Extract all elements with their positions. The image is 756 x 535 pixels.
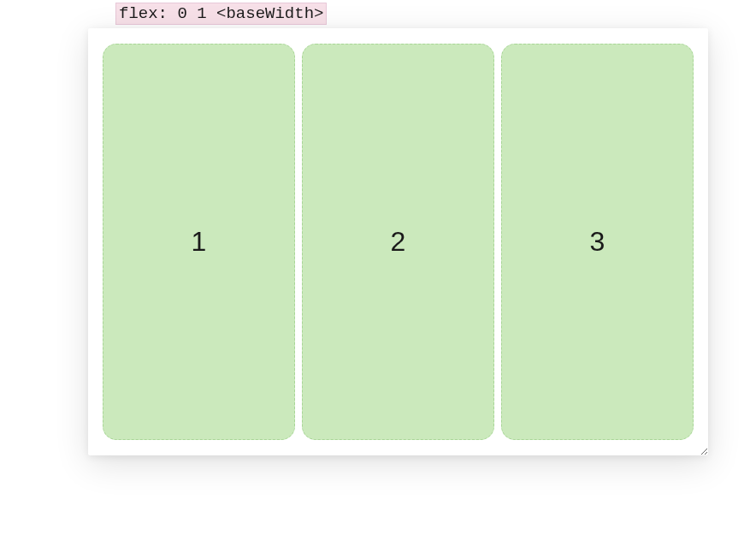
item-label: 3 <box>590 226 605 258</box>
flex-item: 2 <box>302 44 494 440</box>
flex-container[interactable]: 1 2 3 <box>88 28 708 455</box>
flex-item: 1 <box>103 44 295 440</box>
item-label: 2 <box>391 226 406 258</box>
item-label: 1 <box>192 226 207 258</box>
flex-code-label: flex: 0 1 <baseWidth> <box>115 3 327 25</box>
flex-item: 3 <box>501 44 694 440</box>
